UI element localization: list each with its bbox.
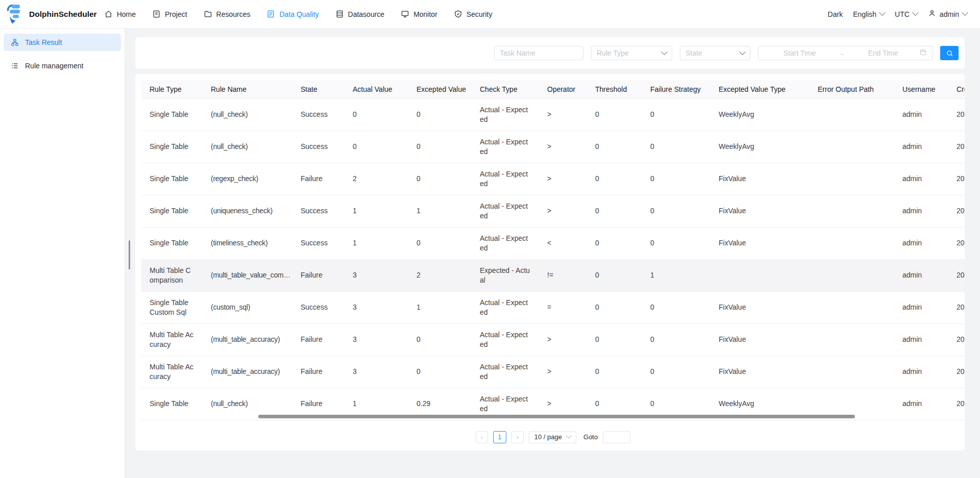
cell-excepted-value: 2: [408, 259, 472, 291]
cell-create-time: 20: [948, 98, 965, 131]
cell-actual-value: 1: [345, 227, 408, 259]
cell-operator: !=: [539, 259, 587, 291]
brand-title: DolphinScheduler: [29, 10, 97, 19]
top-navbar: DolphinScheduler HomeProjectResourcesDat…: [0, 0, 980, 29]
col-excepted-value: Excepted Value: [408, 80, 472, 98]
cell-excepted-value-type: WeeklyAvg: [710, 131, 810, 163]
timezone-select[interactable]: UTC: [895, 10, 918, 18]
prev-page-button[interactable]: ‹: [476, 431, 488, 443]
user-icon: [928, 9, 936, 19]
table-row[interactable]: Multi Table Accuracy(multi_table_accurac…: [141, 356, 965, 388]
table-row[interactable]: Single Table(regexp_check)Failure20Actua…: [141, 163, 965, 195]
page-number-button[interactable]: 1: [493, 431, 506, 443]
cell-actual-value: 3: [345, 356, 408, 388]
cell-rule-name: (multi_table_accuracy): [203, 323, 292, 356]
horizontal-scrollbar-thumb[interactable]: [258, 415, 855, 418]
cell-state: Failure: [292, 163, 345, 195]
cell-username: admin: [894, 227, 948, 259]
theme-toggle[interactable]: Dark: [828, 10, 843, 18]
cell-state: Success: [292, 98, 345, 131]
cell-username: admin: [894, 98, 948, 131]
sidebar-item-rule-management[interactable]: Rule management: [4, 57, 121, 74]
cell-state: Success: [292, 291, 345, 323]
table-row[interactable]: Single Table(uniqueness_check)Success11A…: [141, 195, 965, 227]
cell-state: Failure: [292, 259, 345, 291]
cell-excepted-value-type: FixValue: [710, 323, 810, 356]
cell-threshold: 0: [587, 291, 642, 323]
cell-rule-type: Single Table: [141, 131, 203, 163]
cell-create-time: 20: [948, 291, 965, 323]
nav-item-label: Home: [117, 10, 136, 18]
brand[interactable]: DolphinScheduler: [6, 4, 97, 25]
cell-failure-strategy: 0: [642, 195, 710, 227]
cell-state: Success: [292, 195, 345, 227]
folder-icon: [204, 10, 212, 18]
filter-bar: Rule Type State Start Time → End Time: [135, 37, 965, 69]
nav-item-project[interactable]: Project: [152, 10, 187, 18]
col-excepted-value-type: Excepted Value Type: [710, 80, 810, 98]
table-row[interactable]: Single Table(null_check)Success00Actual …: [141, 131, 965, 163]
task-name-input[interactable]: [494, 46, 583, 60]
cell-rule-name: (uniqueness_check): [203, 195, 292, 227]
timezone-label: UTC: [895, 10, 910, 18]
data-quality-icon: [266, 10, 275, 18]
user-menu[interactable]: admin: [928, 9, 967, 19]
cell-failure-strategy: 1: [642, 259, 710, 291]
table-row[interactable]: Single Table(null_check)Success00Actual …: [141, 98, 965, 131]
sidebar-item-label: Task Result: [25, 38, 62, 46]
cell-state: Success: [292, 131, 345, 163]
search-button[interactable]: [940, 46, 959, 60]
page-size-select[interactable]: 10 / page: [529, 431, 576, 443]
cell-actual-value: 1: [345, 195, 408, 227]
cell-operator: >: [539, 323, 587, 356]
cell-check-type: Actual - Expected: [472, 163, 539, 195]
rule-type-select[interactable]: Rule Type: [591, 46, 672, 60]
cell-rule-name: (multi_table_accuracy): [203, 356, 292, 388]
language-select[interactable]: English: [853, 10, 885, 18]
sidebar-item-task-result[interactable]: Task Result: [4, 34, 121, 51]
date-range-picker[interactable]: Start Time → End Time: [758, 46, 933, 60]
nav-item-datasource[interactable]: Datasource: [335, 10, 385, 18]
table-row[interactable]: Single Table(timeliness_check)Success10A…: [141, 227, 965, 259]
cell-operator: >: [539, 195, 587, 227]
cell-create-time: 20: [948, 131, 965, 163]
nav-item-monitor[interactable]: Monitor: [401, 10, 437, 18]
col-error-output-path: Error Output Path: [810, 80, 894, 98]
chevron-down-icon: [962, 9, 968, 16]
calendar-icon: [919, 48, 927, 58]
nav-item-security[interactable]: Security: [454, 10, 493, 18]
cell-operator: <: [539, 227, 587, 259]
cell-actual-value: 2: [345, 163, 408, 195]
cell-username: admin: [894, 323, 948, 356]
table-row[interactable]: Single Table Custom Sql(custom_sql)Succe…: [141, 291, 965, 323]
cell-error-output-path: [810, 291, 894, 323]
cell-error-output-path: [810, 356, 894, 388]
nav-item-resources[interactable]: Resources: [204, 10, 251, 18]
cell-threshold: 0: [587, 356, 642, 388]
cell-actual-value: 3: [345, 323, 408, 356]
cell-check-type: Actual - Expected: [472, 356, 539, 388]
cell-create-time: 20: [948, 227, 965, 259]
cell-threshold: 0: [587, 131, 642, 163]
sidebar-item-label: Rule management: [25, 62, 83, 70]
table-row[interactable]: Multi Table Accuracy(multi_table_accurac…: [141, 323, 965, 356]
col-threshold: Threshold: [587, 80, 642, 98]
cell-state: Failure: [292, 323, 345, 356]
cell-create-time: 20: [948, 356, 965, 388]
cell-username: admin: [894, 388, 948, 420]
cell-check-type: Actual - Expected: [472, 131, 539, 163]
cell-rule-name: (custom_sql): [203, 291, 292, 323]
nav-item-label: Datasource: [348, 10, 385, 18]
nav-item-home[interactable]: Home: [104, 10, 136, 18]
table-row[interactable]: Multi Table Comparison(multi_table_value…: [141, 259, 965, 291]
cell-error-output-path: [810, 131, 894, 163]
cell-excepted-value-type: FixValue: [710, 227, 810, 259]
cell-error-output-path: [810, 98, 894, 131]
state-select[interactable]: State: [680, 46, 750, 60]
nav-item-data-quality[interactable]: Data Quality: [266, 10, 318, 18]
chevron-down-icon: [566, 433, 571, 438]
cell-create-time: 20: [948, 195, 965, 227]
nav-menu: HomeProjectResourcesData QualityDatasour…: [104, 10, 493, 18]
next-page-button[interactable]: ›: [511, 431, 524, 443]
goto-page-input[interactable]: [603, 431, 630, 443]
